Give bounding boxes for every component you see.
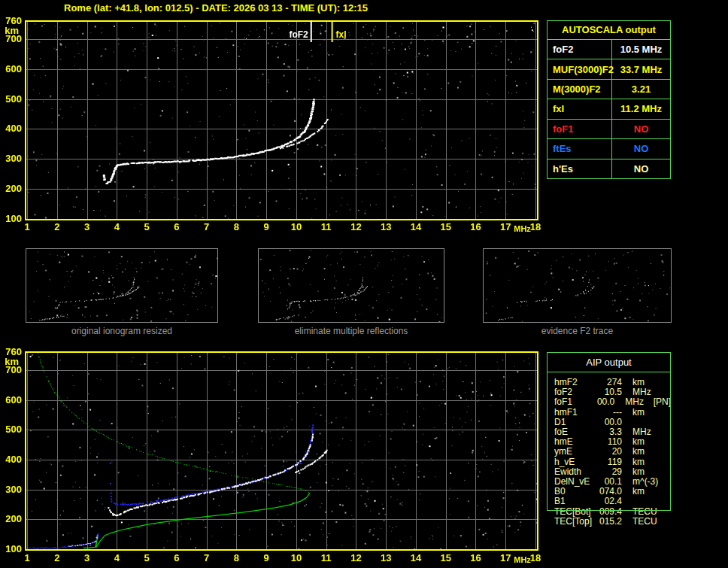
thumbnail-evidence-f2-trace	[483, 248, 672, 323]
parameter-value: ---	[596, 408, 622, 418]
parameter-label: B1	[554, 497, 596, 506]
parameter-note: [PN]	[654, 397, 671, 407]
thumbnail-eliminate-reflections	[258, 248, 444, 323]
parameter-unit	[632, 497, 664, 506]
parameter-unit: km	[632, 447, 664, 457]
parameter-label: ymE	[554, 447, 596, 457]
bottom-ionogram-plot	[0, 345, 546, 568]
parameter-label: foF2	[548, 40, 612, 59]
parameter-unit: km	[632, 487, 664, 497]
autoscala-window: Rome (lat: +41.8, lon: 012.5) - DATE: 20…	[0, 0, 728, 568]
autoscala-output-rows: foF210.5 MHzMUF(3000)F233.7 MHzM(3000)F2…	[548, 40, 670, 178]
autoscala-output-header: AUTOSCALA output	[548, 21, 670, 40]
thumbnail-original-ionogram	[26, 248, 218, 323]
parameter-value: 33.7 MHz	[612, 59, 670, 78]
parameter-label: M(3000)F2	[548, 80, 612, 99]
aip-row-hmf1: hmF1---km	[554, 408, 671, 418]
autoscala-row-ftes: ftEsNO	[548, 139, 670, 159]
parameter-label: TEC[Top]	[554, 517, 596, 527]
aip-row-b1: B102.4	[554, 497, 671, 506]
parameter-value: 009.4	[596, 507, 622, 517]
parameter-value: NO	[612, 120, 670, 138]
thumbnail-caption-eliminate: eliminate multiple reflections	[258, 326, 444, 336]
parameter-label: h'Es	[548, 159, 612, 178]
top-ionogram-plot	[0, 15, 546, 235]
autoscala-row-m3000f2: M(3000)F23.21	[548, 80, 670, 99]
autoscala-row-hes: h'EsNO	[548, 159, 670, 178]
parameter-value: NO	[612, 159, 670, 178]
autoscala-row-muf3000f2: MUF(3000)F233.7 MHz	[548, 59, 670, 79]
aip-output-header: AIP output	[547, 352, 671, 372]
parameter-unit: MHz	[625, 397, 653, 407]
parameter-label: hmF1	[554, 408, 596, 418]
autoscala-row-fxi: fxI11.2 MHz	[548, 99, 670, 119]
parameter-label: foF1	[548, 120, 612, 138]
parameter-value: 02.4	[596, 497, 622, 506]
parameter-value: 00.0	[592, 397, 614, 407]
thumbnail-caption-evidence: evidence F2 trace	[483, 326, 672, 336]
aip-row-tectop: TEC[Top]015.2TECU	[554, 517, 671, 527]
parameter-label: MUF(3000)F2	[548, 59, 612, 78]
autoscala-row-fof2: foF210.5 MHz	[548, 40, 670, 59]
aip-row-fof1: foF100.0MHz[PN]	[554, 397, 671, 407]
parameter-value: 20	[596, 447, 622, 457]
parameter-label: foF1	[554, 397, 592, 407]
parameter-value: 10.5 MHz	[612, 40, 670, 59]
parameter-unit: TECU	[632, 507, 664, 517]
aip-output-rows: hmF2274kmfoF210.5MHzfoF100.0MHz[PN]hmF1-…	[547, 372, 671, 527]
parameter-value: 119	[596, 457, 622, 467]
autoscala-output-table: AUTOSCALA output foF210.5 MHzMUF(3000)F2…	[547, 20, 671, 179]
aip-output-table: AIP output hmF2274kmfoF210.5MHzfoF100.0M…	[547, 352, 671, 527]
thumbnail-caption-original: original ionogram resized	[26, 326, 218, 336]
parameter-label: fxI	[548, 99, 612, 118]
parameter-unit: km	[632, 408, 664, 418]
parameter-label: ftEs	[548, 139, 612, 158]
parameter-value: 3.21	[612, 80, 670, 99]
parameter-value: 015.2	[596, 517, 622, 527]
parameter-unit: km	[632, 457, 664, 467]
page-title: Rome (lat: +41.8, lon: 012.5) - DATE: 20…	[64, 2, 368, 14]
parameter-value: NO	[612, 139, 670, 158]
aip-row-hve: h_vE119km	[554, 457, 671, 467]
autoscala-row-fof1: foF1NO	[548, 120, 670, 139]
aip-row-tecbot: TEC[Bot]009.4TECU	[554, 507, 671, 517]
parameter-label: h_vE	[554, 457, 596, 467]
parameter-value: 11.2 MHz	[612, 99, 670, 118]
parameter-label: TEC[Bot]	[554, 507, 596, 517]
parameter-unit: TECU	[632, 517, 664, 527]
aip-row-yme: ymE20km	[554, 447, 671, 457]
